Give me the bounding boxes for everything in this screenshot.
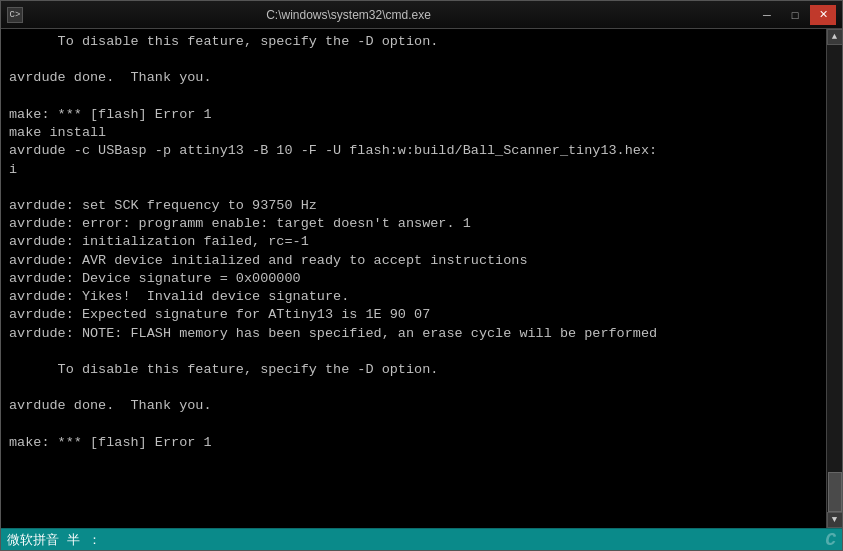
maximize-button[interactable]: □ [782,5,808,25]
console-wrapper: To disable this feature, specify the -D … [1,29,842,528]
titlebar: C> C:\windows\system32\cmd.exe ─ □ ✕ [1,1,842,29]
vertical-scrollbar[interactable]: ▲ ▼ [826,29,842,528]
minimize-button[interactable]: ─ [754,5,780,25]
console-output[interactable]: To disable this feature, specify the -D … [1,29,826,528]
window-controls: ─ □ ✕ [754,5,836,25]
close-button[interactable]: ✕ [810,5,836,25]
scroll-down-button[interactable]: ▼ [827,512,843,528]
scroll-up-button[interactable]: ▲ [827,29,843,45]
watermark: C [825,530,836,550]
scrollbar-track[interactable] [827,45,842,512]
scrollbar-thumb[interactable] [828,472,842,512]
window-title: C:\windows\system32\cmd.exe [0,8,754,22]
statusbar: 微软拼音 半 ： C [1,528,842,550]
cmd-window: C> C:\windows\system32\cmd.exe ─ □ ✕ To … [0,0,843,551]
ime-status: 微软拼音 半 ： [7,531,101,549]
